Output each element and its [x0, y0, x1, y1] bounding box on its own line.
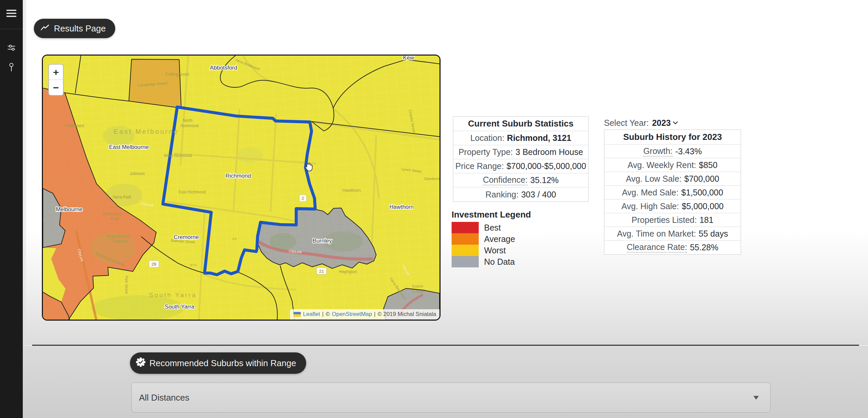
map-label: Park — [111, 216, 119, 221]
map-label: E3 — [232, 237, 237, 241]
history-table-title: Suburb History for 2023 — [604, 130, 741, 145]
legend-item-average: Average — [452, 233, 531, 245]
dropdown-caret-icon — [753, 396, 759, 399]
map-label: Parliament — [65, 124, 85, 128]
map-label: Gardens — [113, 239, 128, 244]
year-selector[interactable]: Select Year: 2023 — [604, 118, 678, 128]
map-canvas: CollingwoodLangridge StreetParliamentEas… — [43, 56, 439, 320]
stat-row-confidence: Confidence: 35.12% — [453, 173, 588, 187]
stats-table-title: Current Suburb Statistics — [453, 116, 588, 131]
stat-row-ranking: Ranking: 303 / 400 — [453, 187, 588, 202]
map-label: North — [183, 118, 192, 123]
map-label: Richmond — [225, 173, 251, 179]
distance-dropdown-value: All Distances — [139, 392, 189, 403]
map-label: Hawthorn — [342, 188, 361, 193]
legend-swatch-worst — [452, 245, 479, 256]
leaflet-map[interactable]: CollingwoodLangridge StreetParliamentEas… — [42, 55, 440, 321]
map-label: East Richmond — [179, 190, 206, 195]
hamburger-menu-icon[interactable] — [6, 9, 17, 18]
results-page-button[interactable]: Results Page — [34, 19, 115, 38]
map-label: Abbotsford — [210, 65, 237, 71]
history-row-properties-listed: Properties Listed: 181 — [604, 213, 741, 227]
map-label: Melbourne — [56, 206, 83, 212]
results-page-label: Results Page — [54, 24, 106, 34]
trend-line-icon — [40, 24, 50, 34]
history-row-weekly-rent: Avg. Weekly Rent: $850 — [604, 158, 741, 172]
map-pin-icon[interactable] — [7, 62, 16, 72]
map-label: East Melbourne — [114, 128, 179, 135]
history-row-growth: Growth: -3.43% — [604, 145, 741, 158]
road-shield: 29 — [151, 262, 156, 267]
map-label: Cremorne — [174, 234, 199, 240]
map-label: Collingwood — [165, 72, 189, 77]
map-label: Yarra Park — [113, 195, 131, 200]
recommended-suburbs-label: Recommended Suburbs within Range — [149, 358, 296, 369]
road-shield: 2 — [302, 196, 304, 201]
map-label: Scotch — [412, 284, 423, 288]
map-label: South Yarra — [165, 304, 195, 310]
history-row-low-sale: Avg. Low Sale: $700,000 — [604, 172, 741, 186]
investment-legend: Investment Legend Best Average Worst No … — [452, 209, 531, 268]
ukraine-flag-icon — [293, 312, 301, 317]
map-label: East Melbourne — [109, 144, 149, 150]
map-label: South Yarra — [149, 291, 197, 299]
map-label: Richmond — [181, 124, 199, 128]
section-divider — [32, 345, 859, 346]
history-row-high-sale: Avg. High Sale: $5,000,000 — [604, 200, 741, 213]
map-label: Hawthorn — [389, 204, 413, 210]
map-label: Heyington — [339, 269, 357, 274]
map-label: Melbourne — [103, 211, 122, 216]
suburb-history-table: Suburb History for 2023 Growth: -3.43% A… — [604, 130, 741, 255]
legend-swatch-best — [452, 222, 479, 233]
leaflet-link[interactable]: Leaflet — [303, 311, 320, 318]
history-row-time-on-market: Avg. Time on Market: 55 days — [604, 227, 741, 241]
legend-swatch-average — [452, 233, 479, 245]
map-label: E7A — [190, 263, 197, 267]
road-shield: 21 — [319, 269, 324, 274]
legend-item-no-data: No Data — [452, 256, 531, 268]
stat-row-price-range: Price Range: $700,000-$5,000,000 — [453, 159, 588, 173]
select-year-label: Select Year: — [604, 118, 649, 128]
map-label: Glenferrie — [424, 177, 439, 181]
map-label: Burnley — [313, 238, 332, 244]
selected-year-value: 2023 — [652, 118, 671, 128]
zoom-out-button[interactable]: − — [49, 80, 63, 95]
stat-row-location: Location: Richmond, 3121 — [453, 131, 588, 145]
map-label: Jolimont — [130, 171, 145, 176]
zoom-in-button[interactable]: + — [49, 65, 63, 80]
legend-item-worst: Worst — [452, 245, 531, 256]
hand-cursor — [304, 161, 314, 174]
legend-item-best: Best — [452, 222, 531, 233]
history-row-clearance-rate: Clearance Rate: 55.28% — [604, 241, 741, 254]
badge-check-icon — [136, 357, 145, 369]
history-row-med-sale: Avg. Med Sale: $1,500,000 — [604, 186, 741, 200]
sidebar-divider — [0, 29, 23, 29]
map-label: College — [412, 289, 425, 293]
map-label: West Richmond — [164, 153, 192, 158]
filter-sliders-icon[interactable] — [7, 43, 16, 52]
sidebar — [0, 0, 23, 418]
map-label: Royal Botanic — [106, 234, 131, 239]
distance-filter-dropdown[interactable]: All Distances — [131, 383, 771, 413]
stat-row-property-type: Property Type: 3 Bedroom House — [453, 145, 588, 159]
chevron-down-icon — [673, 121, 678, 125]
legend-title: Investment Legend — [452, 209, 531, 220]
openstreetmap-link[interactable]: OpenStreetMap — [332, 311, 372, 318]
current-suburb-statistics-table: Current Suburb Statistics Location: Rich… — [453, 116, 589, 202]
map-label: Kew — [403, 56, 414, 61]
recommended-suburbs-button[interactable]: Recommended Suburbs within Range — [130, 352, 306, 374]
map-label: Park Street — [125, 276, 129, 294]
legend-swatch-no-data — [452, 256, 479, 268]
map-attribution: Leaflet | © OpenStreetMap | © 2019 Micha… — [290, 309, 439, 320]
map-zoom-control: + − — [48, 64, 64, 96]
